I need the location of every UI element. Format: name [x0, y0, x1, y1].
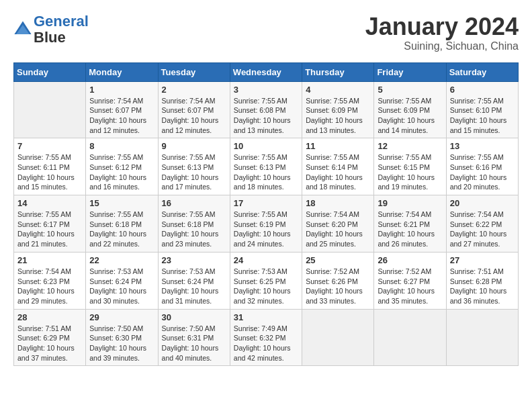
day-detail: Sunrise: 7:54 AMSunset: 6:23 PMDaylight:…: [17, 267, 82, 306]
day-detail: Sunrise: 7:54 AMSunset: 6:07 PMDaylight:…: [162, 96, 226, 136]
day-detail: Sunrise: 7:55 AMSunset: 6:11 PMDaylight:…: [17, 152, 82, 192]
day-number: 4: [306, 85, 370, 95]
day-detail: Sunrise: 7:55 AMSunset: 6:18 PMDaylight:…: [162, 210, 226, 249]
day-number: 9: [162, 141, 226, 151]
calendar-cell: [14, 81, 86, 138]
day-number: 25: [306, 255, 370, 265]
calendar-week-row: 1Sunrise: 7:54 AMSunset: 6:07 PMDaylight…: [14, 81, 519, 138]
calendar-cell: 4Sunrise: 7:55 AMSunset: 6:09 PMDaylight…: [302, 81, 374, 138]
calendar-cell: 3Sunrise: 7:55 AMSunset: 6:08 PMDaylight…: [230, 81, 302, 138]
day-detail: Sunrise: 7:55 AMSunset: 6:16 PMDaylight:…: [450, 152, 515, 192]
day-detail: Sunrise: 7:55 AMSunset: 6:13 PMDaylight:…: [162, 152, 226, 192]
calendar-cell: 19Sunrise: 7:54 AMSunset: 6:21 PMDayligh…: [374, 195, 446, 253]
day-detail: Sunrise: 7:55 AMSunset: 6:19 PMDaylight:…: [234, 210, 298, 249]
day-detail: Sunrise: 7:50 AMSunset: 6:30 PMDaylight:…: [89, 324, 154, 363]
calendar-body: 1Sunrise: 7:54 AMSunset: 6:07 PMDaylight…: [14, 81, 519, 366]
calendar-cell: 16Sunrise: 7:55 AMSunset: 6:18 PMDayligh…: [158, 195, 230, 253]
calendar-cell: 5Sunrise: 7:55 AMSunset: 6:09 PMDaylight…: [374, 81, 446, 138]
day-number: 6: [450, 85, 515, 95]
calendar-cell: [446, 309, 518, 366]
calendar-cell: 8Sunrise: 7:55 AMSunset: 6:12 PMDaylight…: [86, 138, 158, 195]
day-detail: Sunrise: 7:55 AMSunset: 6:12 PMDaylight:…: [89, 152, 154, 192]
calendar-week-row: 7Sunrise: 7:55 AMSunset: 6:11 PMDaylight…: [14, 138, 519, 195]
calendar-header: SundayMondayTuesdayWednesdayThursdayFrid…: [14, 62, 519, 81]
day-number: 31: [234, 312, 298, 322]
day-number: 8: [89, 141, 154, 151]
calendar-cell: 9Sunrise: 7:55 AMSunset: 6:13 PMDaylight…: [158, 138, 230, 195]
calendar-cell: 27Sunrise: 7:51 AMSunset: 6:28 PMDayligh…: [446, 252, 518, 309]
day-detail: Sunrise: 7:55 AMSunset: 6:08 PMDaylight:…: [234, 96, 298, 136]
calendar-cell: 6Sunrise: 7:55 AMSunset: 6:10 PMDaylight…: [446, 81, 518, 138]
calendar-cell: 18Sunrise: 7:54 AMSunset: 6:20 PMDayligh…: [302, 195, 374, 253]
day-number: 17: [234, 198, 298, 208]
day-detail: Sunrise: 7:53 AMSunset: 6:24 PMDaylight:…: [162, 267, 226, 306]
calendar-cell: 23Sunrise: 7:53 AMSunset: 6:24 PMDayligh…: [158, 252, 230, 309]
day-detail: Sunrise: 7:55 AMSunset: 6:09 PMDaylight:…: [378, 96, 442, 136]
weekday-header: Sunday: [14, 62, 86, 81]
header-row: SundayMondayTuesdayWednesdayThursdayFrid…: [14, 62, 519, 81]
calendar-cell: 25Sunrise: 7:52 AMSunset: 6:26 PMDayligh…: [302, 252, 374, 309]
calendar-cell: 28Sunrise: 7:51 AMSunset: 6:29 PMDayligh…: [14, 309, 86, 366]
day-number: 15: [89, 198, 154, 208]
day-detail: Sunrise: 7:51 AMSunset: 6:28 PMDaylight:…: [450, 267, 515, 306]
day-detail: Sunrise: 7:54 AMSunset: 6:21 PMDaylight:…: [378, 210, 442, 249]
logo: General Blue: [13, 13, 89, 46]
day-number: 23: [162, 255, 226, 265]
location: Suining, Sichuan, China: [365, 40, 519, 52]
calendar-table: SundayMondayTuesdayWednesdayThursdayFrid…: [13, 62, 519, 367]
calendar-week-row: 21Sunrise: 7:54 AMSunset: 6:23 PMDayligh…: [14, 252, 519, 309]
month-title: January 2024: [365, 13, 519, 40]
day-number: 30: [162, 312, 226, 322]
calendar-week-row: 14Sunrise: 7:55 AMSunset: 6:17 PMDayligh…: [14, 195, 519, 253]
calendar-cell: 12Sunrise: 7:55 AMSunset: 6:15 PMDayligh…: [374, 138, 446, 195]
weekday-header: Wednesday: [230, 62, 302, 81]
day-number: 29: [89, 312, 154, 322]
day-detail: Sunrise: 7:53 AMSunset: 6:25 PMDaylight:…: [234, 267, 298, 306]
day-number: 22: [89, 255, 154, 265]
calendar-cell: 22Sunrise: 7:53 AMSunset: 6:24 PMDayligh…: [86, 252, 158, 309]
calendar-cell: 31Sunrise: 7:49 AMSunset: 6:32 PMDayligh…: [230, 309, 302, 366]
weekday-header: Tuesday: [158, 62, 230, 81]
calendar-cell: [302, 309, 374, 366]
day-number: 12: [378, 141, 442, 151]
day-number: 1: [89, 85, 154, 95]
day-detail: Sunrise: 7:55 AMSunset: 6:15 PMDaylight:…: [378, 152, 442, 192]
day-number: 11: [306, 141, 370, 151]
logo-icon: [13, 20, 32, 39]
day-number: 24: [234, 255, 298, 265]
calendar-cell: 2Sunrise: 7:54 AMSunset: 6:07 PMDaylight…: [158, 81, 230, 138]
day-number: 28: [17, 312, 82, 322]
weekday-header: Thursday: [302, 62, 374, 81]
weekday-header: Saturday: [446, 62, 518, 81]
day-number: 5: [378, 85, 442, 95]
calendar-cell: 14Sunrise: 7:55 AMSunset: 6:17 PMDayligh…: [14, 195, 86, 253]
logo-text: General Blue: [34, 13, 89, 46]
day-number: 20: [450, 198, 515, 208]
day-detail: Sunrise: 7:55 AMSunset: 6:10 PMDaylight:…: [450, 96, 515, 136]
day-number: 2: [162, 85, 226, 95]
day-number: 27: [450, 255, 515, 265]
day-detail: Sunrise: 7:54 AMSunset: 6:22 PMDaylight:…: [450, 210, 515, 249]
day-number: 26: [378, 255, 442, 265]
day-detail: Sunrise: 7:54 AMSunset: 6:20 PMDaylight:…: [306, 210, 370, 249]
day-detail: Sunrise: 7:55 AMSunset: 6:09 PMDaylight:…: [306, 96, 370, 136]
title-area: January 2024 Suining, Sichuan, China: [365, 13, 519, 52]
calendar-cell: [374, 309, 446, 366]
calendar-cell: 17Sunrise: 7:55 AMSunset: 6:19 PMDayligh…: [230, 195, 302, 253]
calendar-cell: 13Sunrise: 7:55 AMSunset: 6:16 PMDayligh…: [446, 138, 518, 195]
calendar-cell: 11Sunrise: 7:55 AMSunset: 6:14 PMDayligh…: [302, 138, 374, 195]
day-number: 18: [306, 198, 370, 208]
calendar-cell: 30Sunrise: 7:50 AMSunset: 6:31 PMDayligh…: [158, 309, 230, 366]
calendar-week-row: 28Sunrise: 7:51 AMSunset: 6:29 PMDayligh…: [14, 309, 519, 366]
day-detail: Sunrise: 7:55 AMSunset: 6:18 PMDaylight:…: [89, 210, 154, 249]
calendar-cell: 26Sunrise: 7:52 AMSunset: 6:27 PMDayligh…: [374, 252, 446, 309]
day-number: 19: [378, 198, 442, 208]
day-detail: Sunrise: 7:52 AMSunset: 6:26 PMDaylight:…: [306, 267, 370, 306]
calendar-cell: 20Sunrise: 7:54 AMSunset: 6:22 PMDayligh…: [446, 195, 518, 253]
calendar-cell: 15Sunrise: 7:55 AMSunset: 6:18 PMDayligh…: [86, 195, 158, 253]
day-detail: Sunrise: 7:55 AMSunset: 6:13 PMDaylight:…: [234, 152, 298, 192]
calendar-cell: 29Sunrise: 7:50 AMSunset: 6:30 PMDayligh…: [86, 309, 158, 366]
weekday-header: Monday: [86, 62, 158, 81]
day-detail: Sunrise: 7:49 AMSunset: 6:32 PMDaylight:…: [234, 324, 298, 363]
day-number: 16: [162, 198, 226, 208]
